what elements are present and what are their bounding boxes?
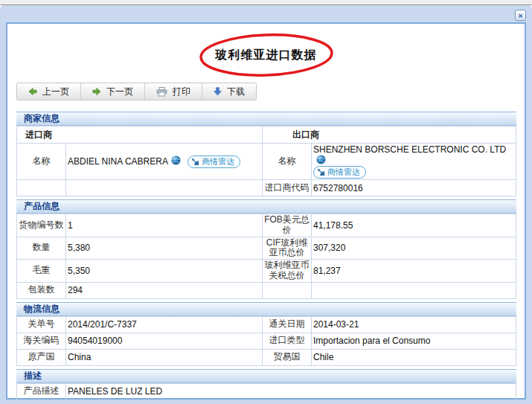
table-row: 原产国 China 贸易国 Chile <box>17 349 516 365</box>
prev-page-button[interactable]: 上一页 <box>17 83 81 100</box>
print-label: 打印 <box>173 86 190 98</box>
product-description-value: PANELES DE LUZ LED <box>66 383 516 400</box>
field-value: 41,178.55 <box>312 214 516 237</box>
printer-icon <box>156 87 167 97</box>
importer-code-label: 进口商代码 <box>263 180 312 196</box>
arrow-right-icon <box>92 87 101 96</box>
product-table: 货物编号数 1 FOB美元总价 41,178.55 数量 5,380 CIF玻利… <box>16 214 516 299</box>
empty-cell <box>17 180 66 196</box>
section-header-product: 产品信息 <box>16 199 516 214</box>
table-row: 海关编码 94054019000 进口类型 Importacion para e… <box>17 333 516 349</box>
field-value: 5,380 <box>66 237 263 260</box>
section-header-description: 描述 <box>16 369 516 383</box>
print-button[interactable]: 打印 <box>145 83 202 100</box>
page-title: 玻利维亚进口数据 <box>0 48 532 63</box>
field-value: 94054019000 <box>66 333 263 349</box>
field-value: 81,237 <box>312 260 516 283</box>
arrow-left-icon <box>28 87 37 96</box>
prev-page-label: 上一页 <box>42 86 69 98</box>
exporter-name-value: SHENZHEN BORSCHE ELECTRONIC CO. LTD <box>313 144 506 155</box>
section-header-merchant: 商家信息 <box>16 112 516 126</box>
section-header-logistics: 物流信息 <box>16 302 516 316</box>
close-icon: × <box>518 11 522 20</box>
radar-icon <box>191 158 199 166</box>
section-description: 描述 产品描述 PANELES DE LUZ LED <box>16 369 516 400</box>
importer-name-cell: ABDIEL NINA CABRERA 商情雷达 <box>66 144 263 180</box>
field-label: 关单号 <box>17 316 66 333</box>
importer-code-value: 6752780016 <box>312 180 516 196</box>
section-logistics: 物流信息 关单号 2014/201/C-7337 通关日期 2014-03-21… <box>16 302 516 366</box>
toolbar: 上一页 下一页 打印 下载 <box>16 83 257 100</box>
screen: × 玻利维亚进口数据 上一页 下一页 打印 下载 商家信息 <box>0 0 532 404</box>
field-label: 货物编号数 <box>17 214 66 237</box>
exporter-name-label: 名称 <box>263 144 312 180</box>
globe-icon <box>316 155 326 164</box>
field-value: 2014/201/C-7337 <box>66 316 263 333</box>
logistics-table: 关单号 2014/201/C-7337 通关日期 2014-03-21 海关编码… <box>16 316 516 366</box>
table-row: 数量 5,380 CIF玻利维亚币总价 307,320 <box>17 237 516 260</box>
download-label: 下载 <box>227 86 245 98</box>
download-button[interactable]: 下载 <box>202 83 256 100</box>
browser-edge-strip <box>0 0 532 5</box>
field-value: Importacion para el Consumo <box>312 333 516 349</box>
field-label: 进口类型 <box>263 333 312 349</box>
radar-badge-label: 商情雷达 <box>202 156 234 167</box>
field-value: 5,350 <box>66 260 263 283</box>
importer-name-value: ABDIEL NINA CABRERA <box>68 155 168 166</box>
importer-name-label: 名称 <box>17 144 66 180</box>
field-label: 海关编码 <box>17 333 66 349</box>
field-label: 毛重 <box>17 260 66 283</box>
description-table: 产品描述 PANELES DE LUZ LED <box>16 383 516 400</box>
field-value <box>312 282 516 298</box>
globe-icon <box>171 155 181 165</box>
close-button[interactable]: × <box>515 10 526 21</box>
field-label: 包装数 <box>17 282 66 298</box>
field-label: 玻利维亚币关税总价 <box>263 260 312 283</box>
field-value: China <box>66 349 263 365</box>
merchant-table: 进口商 出口商 名称 ABDIEL NINA CABRERA 商情雷达 名称 S <box>16 126 516 196</box>
importer-header: 进口商 <box>17 126 263 144</box>
field-value: 1 <box>66 214 263 237</box>
radar-badge-label: 商情雷达 <box>327 167 360 178</box>
section-product: 产品信息 货物编号数 1 FOB美元总价 41,178.55 数量 5,380 … <box>16 199 516 299</box>
field-value: Chile <box>312 349 516 365</box>
table-row: 毛重 5,350 玻利维亚币关税总价 81,237 <box>17 260 516 283</box>
field-label: CIF玻利维亚币总价 <box>263 237 312 260</box>
section-merchant: 商家信息 进口商 出口商 名称 ABDIEL NINA CABRERA 商情雷达 <box>16 112 516 196</box>
next-page-label: 下一页 <box>106 86 133 98</box>
field-label: 通关日期 <box>263 316 312 333</box>
radar-badge-importer[interactable]: 商情雷达 <box>188 155 240 168</box>
table-row: 包装数 294 <box>17 282 516 298</box>
dialog-content: 商家信息 进口商 出口商 名称 ABDIEL NINA CABRERA 商情雷达 <box>16 112 516 400</box>
empty-cell <box>66 180 263 196</box>
radar-icon <box>317 168 325 176</box>
field-label: 数量 <box>17 237 66 260</box>
download-icon <box>214 87 222 96</box>
table-row: 产品描述 PANELES DE LUZ LED <box>17 383 516 400</box>
field-value: 2014-03-21 <box>312 316 516 333</box>
field-label: FOB美元总价 <box>263 214 312 237</box>
field-label <box>263 282 312 298</box>
field-value: 294 <box>66 282 263 298</box>
table-row: 关单号 2014/201/C-7337 通关日期 2014-03-21 <box>17 316 516 333</box>
exporter-header: 出口商 <box>263 126 516 144</box>
radar-badge-exporter[interactable]: 商情雷达 <box>313 166 366 179</box>
field-label: 贸易国 <box>263 349 312 365</box>
table-row: 货物编号数 1 FOB美元总价 41,178.55 <box>17 214 516 237</box>
field-label: 原产国 <box>17 349 66 365</box>
exporter-name-cell: SHENZHEN BORSCHE ELECTRONIC CO. LTD 商情雷达 <box>312 144 516 180</box>
field-value: 307,320 <box>312 237 516 260</box>
next-page-button[interactable]: 下一页 <box>81 83 145 100</box>
product-description-label: 产品描述 <box>17 383 66 400</box>
